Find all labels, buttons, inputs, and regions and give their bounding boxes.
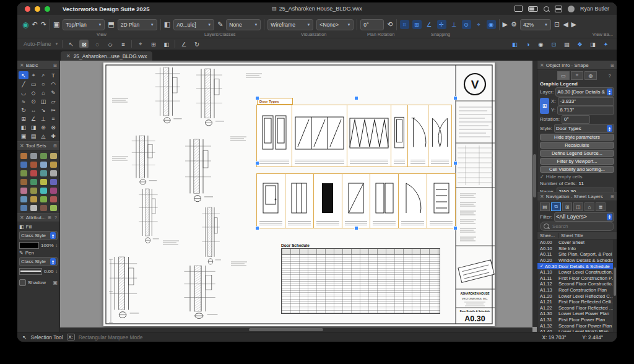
close-icon[interactable]: ✕ bbox=[20, 215, 24, 220]
style-dropdown[interactable]: Door Types ▲▼ bbox=[554, 124, 614, 133]
viewport-monitor-icon[interactable]: ⊡ bbox=[549, 40, 558, 48]
fit-view-icon[interactable]: ⊡ bbox=[554, 21, 560, 28]
cell-visibility-sorting-button[interactable]: Cell Visibility and Sorting... bbox=[540, 166, 614, 173]
tool-icon[interactable]: ≈ bbox=[19, 97, 28, 105]
active-class-dropdown[interactable]: None▼ bbox=[226, 19, 261, 30]
layer-dropdown[interactable]: A0.30 [Door Details & S... ▲▼ bbox=[555, 87, 614, 97]
clip-tool-icon[interactable]: ✂ bbox=[48, 106, 58, 114]
redo-icon[interactable]: ↷ bbox=[41, 21, 46, 28]
sheet-layer-row[interactable]: A1.11First Floor Construction Pla... bbox=[537, 275, 617, 282]
control-center-icon[interactable] bbox=[555, 6, 562, 12]
sheet-layer-page[interactable]: V bbox=[103, 63, 495, 326]
toolset-icon[interactable] bbox=[28, 204, 38, 212]
door-type-cell[interactable] bbox=[313, 173, 342, 228]
toolset-icon[interactable] bbox=[19, 169, 28, 177]
snap-smart-icon[interactable]: ◉ bbox=[487, 20, 496, 29]
toolset-icon[interactable] bbox=[48, 152, 58, 160]
view-cube-icon[interactable]: ▣ bbox=[53, 21, 59, 28]
selection-handle[interactable] bbox=[255, 226, 259, 230]
class-pen-icon[interactable]: ✎ bbox=[217, 21, 223, 28]
palette-menu-icon[interactable]: ⊞ bbox=[53, 63, 57, 68]
toolset-icon[interactable] bbox=[19, 178, 28, 186]
tool-sets-palette-header[interactable]: ✕ Tool Sets ⊞ bbox=[17, 141, 59, 150]
tool-icon[interactable]: ⊙ bbox=[28, 97, 38, 105]
hide-style-parameters-button[interactable]: Hide style parameters bbox=[540, 134, 614, 141]
polygon-tool-icon[interactable]: ◇ bbox=[28, 89, 38, 97]
stack-layers-icon[interactable]: ▤ bbox=[562, 40, 571, 48]
classes-icon[interactable]: ⊞ bbox=[562, 202, 572, 211]
layer-bucket-icon[interactable]: ◧ bbox=[164, 21, 170, 28]
toolset-icon[interactable] bbox=[19, 195, 28, 203]
toolset-icon[interactable] bbox=[28, 160, 38, 168]
toolset-icon[interactable] bbox=[28, 152, 38, 160]
sheet-list-scrollbar[interactable] bbox=[613, 240, 617, 332]
move-tool-icon[interactable]: ↔ bbox=[28, 106, 38, 114]
tool-icon[interactable]: ◧ bbox=[19, 123, 28, 131]
user-name[interactable]: Ryan Butler bbox=[580, 6, 609, 12]
tool-icon[interactable]: ⊞ bbox=[19, 115, 28, 123]
column-sheet-title[interactable]: Sheet Title bbox=[559, 233, 583, 238]
door-type-cell[interactable] bbox=[427, 173, 456, 228]
toolset-icon[interactable] bbox=[38, 195, 48, 203]
toolset-icon[interactable] bbox=[38, 160, 48, 168]
column-sheet-number[interactable]: Shee... bbox=[537, 233, 559, 238]
undo-icon[interactable]: ↶ bbox=[32, 21, 37, 28]
snap-loupe-tool-icon[interactable]: ⌖ bbox=[28, 71, 38, 79]
rectangle-tool-icon[interactable]: ▭ bbox=[28, 80, 38, 88]
door-type-cell[interactable] bbox=[407, 105, 428, 167]
help-icon[interactable]: ? bbox=[609, 73, 611, 79]
sheet-layer-row[interactable]: A1.40Lower Level Finish Plan bbox=[537, 329, 617, 332]
tool-icon[interactable]: ▣ bbox=[19, 132, 28, 140]
filter-by-viewport-button[interactable]: Filter by Viewport... bbox=[540, 158, 614, 165]
selection-tool-icon[interactable]: ↖ bbox=[19, 71, 28, 79]
search-box[interactable] bbox=[540, 222, 614, 231]
active-layer-dropdown[interactable]: A0...ule]▼ bbox=[173, 19, 214, 30]
filter-dropdown[interactable]: <All Layers> ▲▼ bbox=[554, 212, 614, 222]
toolset-icon[interactable] bbox=[38, 169, 48, 177]
shadow-settings-icon[interactable]: ▣ bbox=[53, 280, 58, 285]
palette-menu-icon[interactable]: ⊞ bbox=[610, 63, 614, 68]
close-window-button[interactable] bbox=[25, 6, 30, 12]
recalculate-button[interactable]: Recalculate bbox=[540, 142, 614, 149]
toolset-icon[interactable] bbox=[28, 169, 38, 177]
sheet-layer-row[interactable]: A0.20Window Details & Schedule bbox=[537, 258, 617, 264]
tool-icon[interactable]: ⊗ bbox=[48, 123, 58, 131]
search-input[interactable] bbox=[551, 223, 610, 230]
stepper-icon[interactable]: ▲▼ bbox=[607, 125, 612, 132]
stepper-icon[interactable]: ▲▼ bbox=[50, 232, 56, 239]
previous-view-icon[interactable]: ◀ bbox=[563, 21, 568, 28]
close-icon[interactable]: ✕ bbox=[540, 63, 544, 68]
tool-icon[interactable]: ◫ bbox=[38, 97, 48, 105]
selection-handle[interactable] bbox=[255, 161, 259, 165]
door-type-cell[interactable] bbox=[370, 173, 399, 228]
define-legend-source-button[interactable]: Define Legend Source... bbox=[540, 150, 614, 157]
y-coordinate-field[interactable] bbox=[557, 106, 614, 115]
selection-handle[interactable] bbox=[354, 226, 358, 230]
references-icon[interactable]: ≣ bbox=[596, 202, 606, 211]
toolset-icon[interactable] bbox=[48, 195, 58, 203]
fill-color-swatch[interactable] bbox=[19, 242, 39, 249]
toolset-icon[interactable] bbox=[19, 204, 28, 212]
gear-icon[interactable]: ⚙ bbox=[511, 21, 517, 28]
help-icon[interactable]: ? bbox=[54, 215, 57, 220]
panel-toggle-icon[interactable]: ◨ bbox=[588, 40, 597, 48]
view-dropdown[interactable]: Top/Plan▼ bbox=[63, 19, 105, 30]
snap-object-icon[interactable]: ⊞ bbox=[412, 20, 422, 29]
circle-tool-icon[interactable]: ○ bbox=[38, 80, 48, 88]
tool-icon[interactable]: ∠ bbox=[28, 115, 38, 123]
tab-shape[interactable]: ▭ bbox=[557, 71, 570, 80]
sheet-layer-row[interactable]: A0.11Site Plan, Carport, & Pool bbox=[537, 251, 617, 258]
user-avatar[interactable] bbox=[568, 6, 575, 12]
minimize-window-button[interactable] bbox=[35, 6, 40, 12]
snap-distance-icon[interactable]: ⊥ bbox=[449, 20, 459, 29]
arc-tool-icon[interactable]: ◠ bbox=[48, 80, 58, 88]
door-types-legend[interactable]: Door Types bbox=[257, 98, 456, 228]
tool-icon[interactable]: ⌂ bbox=[38, 89, 48, 97]
zoom-dropdown[interactable]: 42%▼ bbox=[520, 19, 551, 30]
toolset-icon[interactable] bbox=[19, 160, 28, 168]
sheet-layer-row[interactable]: A1.30Lower Level Power Plan bbox=[537, 311, 617, 317]
selection-handle[interactable] bbox=[255, 96, 259, 100]
render-mode-dropdown[interactable]: Wireframe▼ bbox=[267, 19, 313, 30]
canvas-vertical-scrollbar[interactable] bbox=[532, 61, 537, 327]
door-schedule[interactable]: Door Schedule bbox=[281, 243, 440, 314]
